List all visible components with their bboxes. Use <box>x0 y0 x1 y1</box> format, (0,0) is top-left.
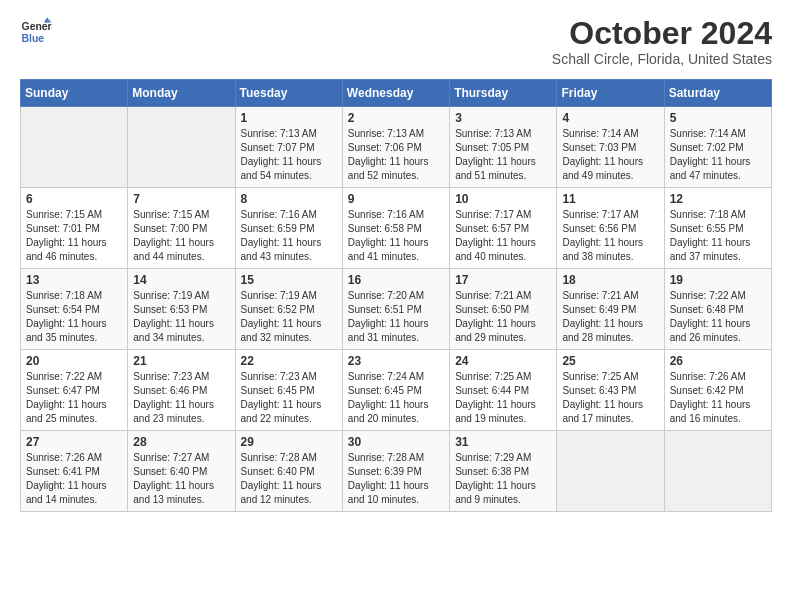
day-info: Sunrise: 7:19 AM Sunset: 6:53 PM Dayligh… <box>133 289 229 345</box>
day-info: Sunrise: 7:27 AM Sunset: 6:40 PM Dayligh… <box>133 451 229 507</box>
day-info: Sunrise: 7:25 AM Sunset: 6:44 PM Dayligh… <box>455 370 551 426</box>
svg-text:General: General <box>22 21 52 32</box>
weekday-header-thursday: Thursday <box>450 80 557 107</box>
page-header: General Blue October 2024 Schall Circle,… <box>20 16 772 67</box>
calendar-week-3: 13Sunrise: 7:18 AM Sunset: 6:54 PM Dayli… <box>21 269 772 350</box>
day-number: 28 <box>133 435 229 449</box>
day-info: Sunrise: 7:25 AM Sunset: 6:43 PM Dayligh… <box>562 370 658 426</box>
day-number: 22 <box>241 354 337 368</box>
day-info: Sunrise: 7:17 AM Sunset: 6:57 PM Dayligh… <box>455 208 551 264</box>
day-number: 29 <box>241 435 337 449</box>
day-info: Sunrise: 7:23 AM Sunset: 6:45 PM Dayligh… <box>241 370 337 426</box>
calendar-cell: 29Sunrise: 7:28 AM Sunset: 6:40 PM Dayli… <box>235 431 342 512</box>
calendar-cell: 18Sunrise: 7:21 AM Sunset: 6:49 PM Dayli… <box>557 269 664 350</box>
day-number: 14 <box>133 273 229 287</box>
month-title: October 2024 <box>552 16 772 51</box>
calendar-header: SundayMondayTuesdayWednesdayThursdayFrid… <box>21 80 772 107</box>
day-number: 9 <box>348 192 444 206</box>
calendar-cell: 22Sunrise: 7:23 AM Sunset: 6:45 PM Dayli… <box>235 350 342 431</box>
day-number: 15 <box>241 273 337 287</box>
day-number: 2 <box>348 111 444 125</box>
calendar-cell: 5Sunrise: 7:14 AM Sunset: 7:02 PM Daylig… <box>664 107 771 188</box>
title-block: October 2024 Schall Circle, Florida, Uni… <box>552 16 772 67</box>
calendar-cell: 14Sunrise: 7:19 AM Sunset: 6:53 PM Dayli… <box>128 269 235 350</box>
day-number: 25 <box>562 354 658 368</box>
day-info: Sunrise: 7:26 AM Sunset: 6:42 PM Dayligh… <box>670 370 766 426</box>
day-info: Sunrise: 7:29 AM Sunset: 6:38 PM Dayligh… <box>455 451 551 507</box>
weekday-header-tuesday: Tuesday <box>235 80 342 107</box>
calendar-cell: 30Sunrise: 7:28 AM Sunset: 6:39 PM Dayli… <box>342 431 449 512</box>
day-number: 12 <box>670 192 766 206</box>
day-info: Sunrise: 7:15 AM Sunset: 7:01 PM Dayligh… <box>26 208 122 264</box>
day-number: 13 <box>26 273 122 287</box>
day-info: Sunrise: 7:24 AM Sunset: 6:45 PM Dayligh… <box>348 370 444 426</box>
day-number: 1 <box>241 111 337 125</box>
day-info: Sunrise: 7:13 AM Sunset: 7:07 PM Dayligh… <box>241 127 337 183</box>
calendar-cell: 4Sunrise: 7:14 AM Sunset: 7:03 PM Daylig… <box>557 107 664 188</box>
calendar-cell: 21Sunrise: 7:23 AM Sunset: 6:46 PM Dayli… <box>128 350 235 431</box>
day-info: Sunrise: 7:23 AM Sunset: 6:46 PM Dayligh… <box>133 370 229 426</box>
day-number: 23 <box>348 354 444 368</box>
calendar-cell <box>21 107 128 188</box>
calendar-cell: 15Sunrise: 7:19 AM Sunset: 6:52 PM Dayli… <box>235 269 342 350</box>
calendar-cell: 7Sunrise: 7:15 AM Sunset: 7:00 PM Daylig… <box>128 188 235 269</box>
weekday-header-sunday: Sunday <box>21 80 128 107</box>
day-number: 3 <box>455 111 551 125</box>
day-number: 20 <box>26 354 122 368</box>
calendar-cell: 9Sunrise: 7:16 AM Sunset: 6:58 PM Daylig… <box>342 188 449 269</box>
day-info: Sunrise: 7:13 AM Sunset: 7:06 PM Dayligh… <box>348 127 444 183</box>
svg-text:Blue: Blue <box>22 33 45 44</box>
calendar-cell: 20Sunrise: 7:22 AM Sunset: 6:47 PM Dayli… <box>21 350 128 431</box>
location: Schall Circle, Florida, United States <box>552 51 772 67</box>
day-number: 5 <box>670 111 766 125</box>
day-info: Sunrise: 7:28 AM Sunset: 6:40 PM Dayligh… <box>241 451 337 507</box>
calendar-cell: 8Sunrise: 7:16 AM Sunset: 6:59 PM Daylig… <box>235 188 342 269</box>
day-number: 19 <box>670 273 766 287</box>
calendar-cell: 31Sunrise: 7:29 AM Sunset: 6:38 PM Dayli… <box>450 431 557 512</box>
weekday-header-friday: Friday <box>557 80 664 107</box>
day-number: 31 <box>455 435 551 449</box>
day-info: Sunrise: 7:18 AM Sunset: 6:54 PM Dayligh… <box>26 289 122 345</box>
day-info: Sunrise: 7:22 AM Sunset: 6:48 PM Dayligh… <box>670 289 766 345</box>
calendar-week-1: 1Sunrise: 7:13 AM Sunset: 7:07 PM Daylig… <box>21 107 772 188</box>
day-number: 27 <box>26 435 122 449</box>
calendar-week-4: 20Sunrise: 7:22 AM Sunset: 6:47 PM Dayli… <box>21 350 772 431</box>
day-info: Sunrise: 7:16 AM Sunset: 6:58 PM Dayligh… <box>348 208 444 264</box>
logo-icon: General Blue <box>20 16 52 48</box>
calendar-cell: 12Sunrise: 7:18 AM Sunset: 6:55 PM Dayli… <box>664 188 771 269</box>
calendar-cell: 6Sunrise: 7:15 AM Sunset: 7:01 PM Daylig… <box>21 188 128 269</box>
weekday-header-wednesday: Wednesday <box>342 80 449 107</box>
calendar-week-2: 6Sunrise: 7:15 AM Sunset: 7:01 PM Daylig… <box>21 188 772 269</box>
day-number: 16 <box>348 273 444 287</box>
calendar-cell: 25Sunrise: 7:25 AM Sunset: 6:43 PM Dayli… <box>557 350 664 431</box>
calendar-cell: 19Sunrise: 7:22 AM Sunset: 6:48 PM Dayli… <box>664 269 771 350</box>
calendar-cell: 2Sunrise: 7:13 AM Sunset: 7:06 PM Daylig… <box>342 107 449 188</box>
day-info: Sunrise: 7:13 AM Sunset: 7:05 PM Dayligh… <box>455 127 551 183</box>
day-info: Sunrise: 7:14 AM Sunset: 7:03 PM Dayligh… <box>562 127 658 183</box>
logo: General Blue <box>20 16 52 48</box>
calendar-cell: 26Sunrise: 7:26 AM Sunset: 6:42 PM Dayli… <box>664 350 771 431</box>
day-number: 8 <box>241 192 337 206</box>
calendar-cell <box>664 431 771 512</box>
calendar-cell: 3Sunrise: 7:13 AM Sunset: 7:05 PM Daylig… <box>450 107 557 188</box>
calendar-cell: 16Sunrise: 7:20 AM Sunset: 6:51 PM Dayli… <box>342 269 449 350</box>
day-number: 4 <box>562 111 658 125</box>
day-number: 26 <box>670 354 766 368</box>
day-number: 10 <box>455 192 551 206</box>
calendar-cell: 13Sunrise: 7:18 AM Sunset: 6:54 PM Dayli… <box>21 269 128 350</box>
calendar-cell <box>557 431 664 512</box>
day-info: Sunrise: 7:18 AM Sunset: 6:55 PM Dayligh… <box>670 208 766 264</box>
calendar-week-5: 27Sunrise: 7:26 AM Sunset: 6:41 PM Dayli… <box>21 431 772 512</box>
day-number: 21 <box>133 354 229 368</box>
calendar-cell: 24Sunrise: 7:25 AM Sunset: 6:44 PM Dayli… <box>450 350 557 431</box>
day-info: Sunrise: 7:26 AM Sunset: 6:41 PM Dayligh… <box>26 451 122 507</box>
calendar-cell: 27Sunrise: 7:26 AM Sunset: 6:41 PM Dayli… <box>21 431 128 512</box>
day-info: Sunrise: 7:21 AM Sunset: 6:49 PM Dayligh… <box>562 289 658 345</box>
day-number: 18 <box>562 273 658 287</box>
day-info: Sunrise: 7:21 AM Sunset: 6:50 PM Dayligh… <box>455 289 551 345</box>
calendar-cell: 17Sunrise: 7:21 AM Sunset: 6:50 PM Dayli… <box>450 269 557 350</box>
calendar-table: SundayMondayTuesdayWednesdayThursdayFrid… <box>20 79 772 512</box>
calendar-body: 1Sunrise: 7:13 AM Sunset: 7:07 PM Daylig… <box>21 107 772 512</box>
calendar-cell: 23Sunrise: 7:24 AM Sunset: 6:45 PM Dayli… <box>342 350 449 431</box>
weekday-header-saturday: Saturday <box>664 80 771 107</box>
